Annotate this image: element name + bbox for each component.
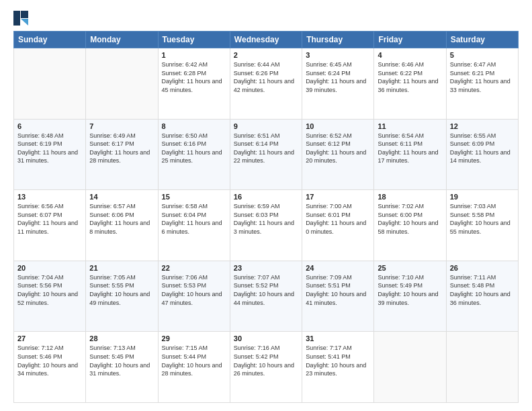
calendar-cell: 12Sunrise: 6:55 AMSunset: 6:09 PMDayligh… — [446, 119, 518, 190]
day-number: 22 — [162, 264, 226, 272]
day-info: Sunrise: 7:06 AMSunset: 5:53 PMDaylight:… — [162, 273, 226, 307]
weekday-header-monday: Monday — [86, 32, 158, 48]
day-info: Sunrise: 6:46 AMSunset: 6:22 PMDaylight:… — [378, 60, 442, 94]
day-number: 7 — [89, 122, 154, 130]
day-info: Sunrise: 7:17 AMSunset: 5:41 PMDaylight:… — [306, 344, 370, 377]
weekday-header-sunday: Sunday — [14, 32, 86, 48]
day-number: 16 — [234, 193, 298, 201]
svg-rect-1 — [21, 11, 28, 18]
day-info: Sunrise: 7:10 AMSunset: 5:49 PMDaylight:… — [378, 273, 442, 307]
day-info: Sunrise: 7:02 AMSunset: 6:00 PMDaylight:… — [378, 202, 442, 236]
day-number: 12 — [450, 122, 515, 130]
calendar-cell: 24Sunrise: 7:09 AMSunset: 5:51 PMDayligh… — [302, 261, 374, 332]
day-info: Sunrise: 7:12 AMSunset: 5:46 PMDaylight:… — [17, 344, 82, 377]
day-info: Sunrise: 7:16 AMSunset: 5:42 PMDaylight:… — [234, 344, 298, 377]
day-number: 3 — [306, 51, 370, 59]
calendar-cell: 19Sunrise: 7:03 AMSunset: 5:58 PMDayligh… — [446, 190, 518, 261]
calendar-cell: 18Sunrise: 7:02 AMSunset: 6:00 PMDayligh… — [374, 190, 446, 261]
day-number: 1 — [162, 51, 226, 59]
calendar-cell: 4Sunrise: 6:46 AMSunset: 6:22 PMDaylight… — [374, 48, 446, 120]
calendar-week-3: 13Sunrise: 6:56 AMSunset: 6:07 PMDayligh… — [14, 190, 519, 261]
weekday-header-row: SundayMondayTuesdayWednesdayThursdayFrid… — [14, 32, 519, 48]
calendar-cell — [14, 48, 86, 120]
calendar-cell: 7Sunrise: 6:49 AMSunset: 6:17 PMDaylight… — [86, 119, 158, 190]
day-info: Sunrise: 6:49 AMSunset: 6:17 PMDaylight:… — [89, 132, 154, 165]
day-number: 4 — [378, 51, 442, 59]
calendar-cell: 28Sunrise: 7:13 AMSunset: 5:45 PMDayligh… — [86, 332, 158, 403]
day-number: 2 — [234, 51, 298, 59]
day-number: 10 — [306, 122, 370, 130]
calendar-cell: 6Sunrise: 6:48 AMSunset: 6:19 PMDaylight… — [14, 119, 86, 190]
calendar-cell: 29Sunrise: 7:15 AMSunset: 5:44 PMDayligh… — [158, 332, 230, 403]
calendar-week-4: 20Sunrise: 7:04 AMSunset: 5:56 PMDayligh… — [14, 261, 519, 332]
calendar-cell: 10Sunrise: 6:52 AMSunset: 6:12 PMDayligh… — [302, 119, 374, 190]
day-number: 31 — [306, 334, 370, 342]
day-info: Sunrise: 7:13 AMSunset: 5:45 PMDaylight:… — [89, 344, 154, 377]
calendar-cell: 22Sunrise: 7:06 AMSunset: 5:53 PMDayligh… — [158, 261, 230, 332]
day-number: 26 — [450, 264, 515, 272]
calendar-cell: 27Sunrise: 7:12 AMSunset: 5:46 PMDayligh… — [14, 332, 86, 403]
calendar-table: SundayMondayTuesdayWednesdayThursdayFrid… — [13, 31, 519, 403]
calendar-week-5: 27Sunrise: 7:12 AMSunset: 5:46 PMDayligh… — [14, 332, 519, 403]
calendar-cell: 5Sunrise: 6:47 AMSunset: 6:21 PMDaylight… — [446, 48, 518, 120]
day-number: 21 — [89, 264, 154, 272]
day-number: 19 — [450, 193, 515, 201]
page: SundayMondayTuesdayWednesdayThursdayFrid… — [0, 0, 532, 411]
calendar-cell: 25Sunrise: 7:10 AMSunset: 5:49 PMDayligh… — [374, 261, 446, 332]
calendar-cell: 16Sunrise: 6:59 AMSunset: 6:03 PMDayligh… — [230, 190, 302, 261]
day-info: Sunrise: 7:07 AMSunset: 5:52 PMDaylight:… — [234, 273, 298, 307]
day-info: Sunrise: 6:42 AMSunset: 6:28 PMDaylight:… — [162, 60, 226, 94]
calendar-cell — [446, 332, 518, 403]
day-number: 13 — [17, 193, 82, 201]
day-info: Sunrise: 6:59 AMSunset: 6:03 PMDaylight:… — [234, 202, 298, 236]
weekday-header-tuesday: Tuesday — [158, 32, 230, 48]
calendar-cell: 14Sunrise: 6:57 AMSunset: 6:06 PMDayligh… — [86, 190, 158, 261]
header — [13, 11, 519, 26]
weekday-header-saturday: Saturday — [446, 32, 518, 48]
day-info: Sunrise: 7:11 AMSunset: 5:48 PMDaylight:… — [450, 273, 515, 307]
day-number: 8 — [162, 122, 226, 130]
day-info: Sunrise: 6:56 AMSunset: 6:07 PMDaylight:… — [17, 202, 82, 236]
day-info: Sunrise: 7:04 AMSunset: 5:56 PMDaylight:… — [17, 273, 82, 307]
calendar-week-1: 1Sunrise: 6:42 AMSunset: 6:28 PMDaylight… — [14, 48, 519, 120]
day-info: Sunrise: 6:50 AMSunset: 6:16 PMDaylight:… — [162, 132, 226, 165]
day-info: Sunrise: 6:45 AMSunset: 6:24 PMDaylight:… — [306, 60, 370, 94]
weekday-header-thursday: Thursday — [302, 32, 374, 48]
day-number: 20 — [17, 264, 82, 272]
day-info: Sunrise: 6:48 AMSunset: 6:19 PMDaylight:… — [17, 132, 82, 165]
calendar-cell: 13Sunrise: 6:56 AMSunset: 6:07 PMDayligh… — [14, 190, 86, 261]
day-number: 17 — [306, 193, 370, 201]
day-number: 11 — [378, 122, 442, 130]
calendar-cell: 11Sunrise: 6:54 AMSunset: 6:11 PMDayligh… — [374, 119, 446, 190]
day-info: Sunrise: 7:09 AMSunset: 5:51 PMDaylight:… — [306, 273, 370, 307]
calendar-cell: 26Sunrise: 7:11 AMSunset: 5:48 PMDayligh… — [446, 261, 518, 332]
calendar-cell: 30Sunrise: 7:16 AMSunset: 5:42 PMDayligh… — [230, 332, 302, 403]
day-number: 30 — [234, 334, 298, 342]
calendar-cell: 15Sunrise: 6:58 AMSunset: 6:04 PMDayligh… — [158, 190, 230, 261]
calendar-cell: 9Sunrise: 6:51 AMSunset: 6:14 PMDaylight… — [230, 119, 302, 190]
day-info: Sunrise: 6:55 AMSunset: 6:09 PMDaylight:… — [450, 132, 515, 165]
svg-rect-0 — [13, 11, 20, 26]
day-info: Sunrise: 6:54 AMSunset: 6:11 PMDaylight:… — [378, 132, 442, 165]
calendar-cell: 20Sunrise: 7:04 AMSunset: 5:56 PMDayligh… — [14, 261, 86, 332]
svg-marker-2 — [21, 19, 28, 26]
day-number: 24 — [306, 264, 370, 272]
day-number: 29 — [162, 334, 226, 342]
calendar-cell: 3Sunrise: 6:45 AMSunset: 6:24 PMDaylight… — [302, 48, 374, 120]
day-number: 9 — [234, 122, 298, 130]
weekday-header-wednesday: Wednesday — [230, 32, 302, 48]
calendar-cell — [374, 332, 446, 403]
calendar-week-2: 6Sunrise: 6:48 AMSunset: 6:19 PMDaylight… — [14, 119, 519, 190]
day-number: 25 — [378, 264, 442, 272]
calendar-cell: 8Sunrise: 6:50 AMSunset: 6:16 PMDaylight… — [158, 119, 230, 190]
day-info: Sunrise: 6:44 AMSunset: 6:26 PMDaylight:… — [234, 60, 298, 94]
day-info: Sunrise: 7:00 AMSunset: 6:01 PMDaylight:… — [306, 202, 370, 236]
calendar-cell: 31Sunrise: 7:17 AMSunset: 5:41 PMDayligh… — [302, 332, 374, 403]
weekday-header-friday: Friday — [374, 32, 446, 48]
day-number: 18 — [378, 193, 442, 201]
day-number: 23 — [234, 264, 298, 272]
day-info: Sunrise: 6:57 AMSunset: 6:06 PMDaylight:… — [89, 202, 154, 236]
calendar-cell: 21Sunrise: 7:05 AMSunset: 5:55 PMDayligh… — [86, 261, 158, 332]
day-number: 5 — [450, 51, 515, 59]
day-info: Sunrise: 6:47 AMSunset: 6:21 PMDaylight:… — [450, 60, 515, 94]
